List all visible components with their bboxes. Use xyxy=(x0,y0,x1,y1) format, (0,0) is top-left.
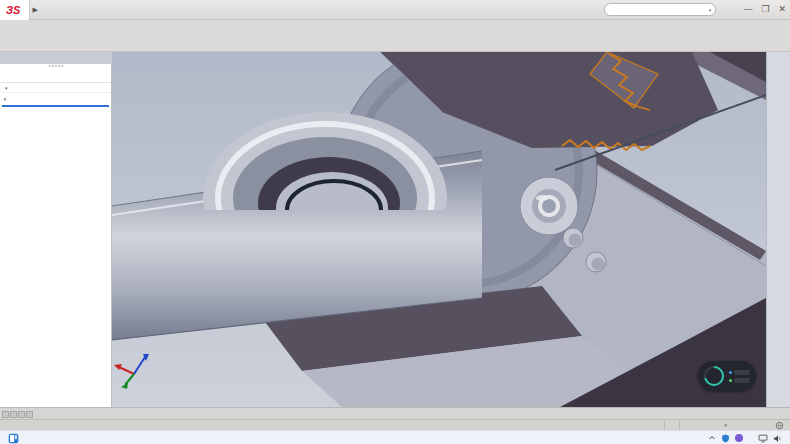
taskbar-app-icons xyxy=(0,432,790,444)
status-bar: ▾ xyxy=(0,419,790,430)
solidworks-logo: ЗS xyxy=(0,0,30,20)
document-tab-bar xyxy=(0,407,790,419)
close-button[interactable]: ✕ xyxy=(778,5,786,14)
title-bar: ЗS ▶ ▾ — ❐ ✕ xyxy=(0,0,790,20)
windows-taskbar xyxy=(0,430,790,444)
restore-button[interactable]: ❐ xyxy=(761,5,769,14)
recorder-button[interactable] xyxy=(734,378,750,383)
unit-system-selector[interactable]: ▾ xyxy=(722,422,727,428)
panel-tab-bar xyxy=(0,68,111,83)
graphics-viewport[interactable] xyxy=(112,52,766,407)
task-pane-strip xyxy=(766,52,790,407)
expand-arrow-icon[interactable]: ▾ xyxy=(2,96,8,102)
dassault-logo-icon: ЗS xyxy=(6,4,20,16)
feature-tree: ▾ xyxy=(0,93,111,107)
featuremanager-panel: ▾ ▾ xyxy=(0,64,112,407)
system-tray xyxy=(708,431,787,444)
security-shield-icon[interactable] xyxy=(721,434,730,443)
filter-caret-icon[interactable]: ▾ xyxy=(5,85,8,91)
recorder-fps-overlay xyxy=(698,361,756,391)
3d-model-view[interactable] xyxy=(112,52,766,407)
tree-root[interactable]: ▾ xyxy=(0,94,111,104)
ribbon-toolbar xyxy=(0,20,790,52)
search-input[interactable]: ▾ xyxy=(604,3,716,16)
rollback-bar[interactable] xyxy=(2,105,109,107)
recorder-status-dot-blue xyxy=(729,371,732,374)
editing-mode-status xyxy=(679,420,694,430)
status-globe-icon[interactable] xyxy=(775,421,784,430)
volume-icon[interactable] xyxy=(773,434,782,443)
fps-value xyxy=(703,365,725,387)
tree-filter[interactable]: ▾ xyxy=(0,83,111,93)
recorder-button[interactable] xyxy=(734,370,750,375)
menu-expand-arrow-icon[interactable]: ▶ xyxy=(32,6,37,14)
constraint-status xyxy=(664,420,679,430)
tray-expand-icon[interactable] xyxy=(708,434,716,442)
minimize-button[interactable]: — xyxy=(743,5,752,14)
recorder-status-dot-green xyxy=(729,379,732,382)
tab-scroll-buttons[interactable] xyxy=(2,411,33,418)
tray-app-purple-icon[interactable] xyxy=(735,434,743,442)
monitor-tray-icon[interactable] xyxy=(758,434,768,443)
search-caret-icon[interactable]: ▾ xyxy=(709,7,712,13)
